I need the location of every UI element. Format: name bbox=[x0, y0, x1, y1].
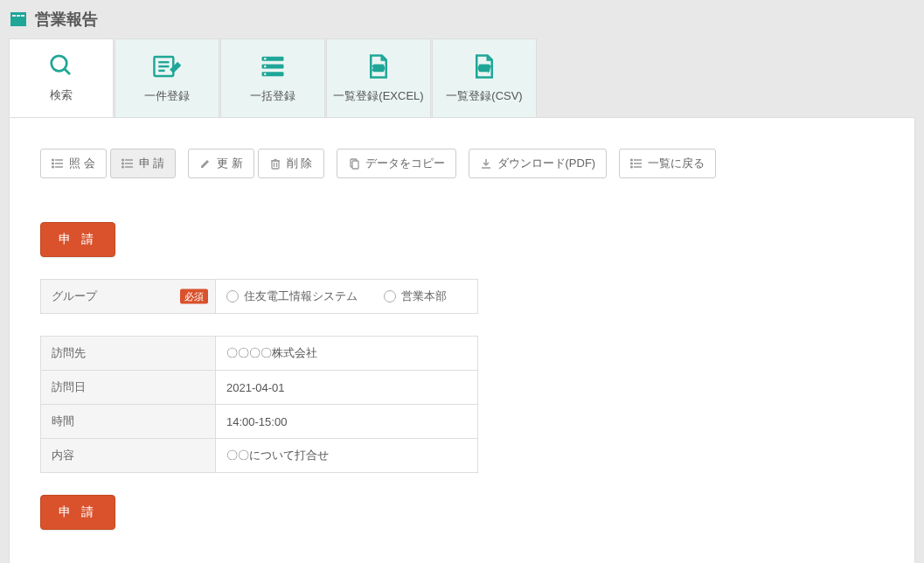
table-row: 時間 14:00-15:00 bbox=[41, 405, 478, 439]
table-row: 訪問日 2021-04-01 bbox=[41, 371, 478, 405]
detail-value: 〇〇〇〇株式会社 bbox=[216, 337, 478, 371]
apply-submit-button-bottom[interactable]: 申 請 bbox=[40, 495, 115, 530]
tab-label: 一件登録 bbox=[144, 88, 190, 104]
tab-list-register-excel[interactable]: XLS 一覧登録(EXCEL) bbox=[326, 38, 431, 117]
list-icon bbox=[122, 157, 134, 170]
svg-point-0 bbox=[52, 56, 67, 72]
table-row: 訪問先 〇〇〇〇株式会社 bbox=[41, 337, 478, 371]
svg-point-11 bbox=[264, 73, 267, 75]
apply-button[interactable]: 申 請 bbox=[110, 149, 177, 178]
svg-line-1 bbox=[65, 69, 70, 74]
back-to-list-button[interactable]: 一覧に戻る bbox=[619, 149, 716, 178]
tab-search[interactable]: 検索 bbox=[9, 38, 114, 117]
svg-point-19 bbox=[52, 159, 54, 161]
delete-button[interactable]: 削 除 bbox=[258, 149, 324, 178]
svg-rect-34 bbox=[352, 161, 358, 169]
svg-rect-28 bbox=[272, 161, 279, 169]
table-row: 内容 〇〇について打合せ bbox=[41, 439, 478, 473]
svg-point-20 bbox=[52, 163, 54, 164]
radio-icon bbox=[226, 290, 239, 302]
page-header: 営業報告 bbox=[0, 0, 924, 38]
radio-option-2[interactable]: 営業本部 bbox=[384, 288, 447, 304]
svg-point-27 bbox=[122, 166, 123, 168]
apply-submit-button-top[interactable]: 申 請 bbox=[40, 222, 115, 257]
stack-icon bbox=[260, 53, 286, 80]
detail-label: 時間 bbox=[41, 405, 216, 439]
list-icon bbox=[52, 157, 64, 170]
pencil-icon bbox=[199, 157, 212, 170]
group-table: グループ 必須 住友電工情報システム 営業本部 bbox=[40, 279, 478, 314]
file-csv-icon: CSV bbox=[471, 53, 497, 80]
detail-value: 14:00-15:00 bbox=[216, 405, 478, 439]
window-icon bbox=[10, 12, 26, 26]
content-panel: 照 会 申 請 更 新 削 除 bbox=[9, 117, 915, 563]
required-badge: 必須 bbox=[180, 289, 208, 304]
detail-value: 2021-04-01 bbox=[216, 371, 478, 405]
page-title: 営業報告 bbox=[35, 9, 98, 30]
svg-point-41 bbox=[631, 163, 633, 164]
svg-text:CSV: CSV bbox=[479, 65, 491, 71]
tab-label: 一括登録 bbox=[250, 88, 295, 104]
group-radio-group: 住友電工情報システム 営業本部 bbox=[226, 288, 467, 304]
download-pdf-button[interactable]: ダウンロード(PDF) bbox=[469, 149, 608, 178]
search-icon bbox=[48, 52, 74, 79]
svg-point-26 bbox=[122, 163, 123, 164]
svg-text:XLS: XLS bbox=[373, 65, 384, 71]
tab-single-register[interactable]: 一件登録 bbox=[115, 38, 219, 117]
list-icon bbox=[630, 157, 643, 170]
update-button[interactable]: 更 新 bbox=[188, 149, 254, 178]
tab-bulk-register[interactable]: 一括登録 bbox=[220, 38, 325, 117]
download-icon bbox=[480, 157, 492, 170]
group-label: グループ 必須 bbox=[41, 280, 216, 314]
file-xls-icon: XLS bbox=[365, 53, 392, 80]
tab-label: 一覧登録(CSV) bbox=[446, 88, 522, 104]
edit-icon bbox=[152, 53, 182, 80]
svg-point-10 bbox=[264, 65, 267, 67]
svg-point-9 bbox=[264, 58, 267, 60]
tab-label: 一覧登録(EXCEL) bbox=[333, 88, 423, 104]
radio-icon bbox=[384, 290, 396, 302]
detail-table: 訪問先 〇〇〇〇株式会社 訪問日 2021-04-01 時間 14:00-15:… bbox=[40, 336, 478, 473]
copy-icon bbox=[348, 157, 360, 170]
svg-point-42 bbox=[631, 166, 633, 168]
tabs: 検索 一件登録 一括登録 XLS 一覧登録(EXCEL) CSV 一覧登録(CS… bbox=[9, 38, 915, 117]
radio-option-1[interactable]: 住友電工情報システム bbox=[226, 288, 358, 304]
svg-point-40 bbox=[631, 159, 633, 161]
detail-label: 訪問日 bbox=[41, 371, 216, 405]
tab-label: 検索 bbox=[50, 87, 73, 103]
toolbar: 照 会 申 請 更 新 削 除 bbox=[40, 149, 884, 178]
trash-icon bbox=[269, 157, 281, 170]
svg-point-25 bbox=[122, 159, 123, 161]
detail-label: 訪問先 bbox=[41, 337, 216, 371]
copy-button[interactable]: データをコピー bbox=[337, 149, 456, 178]
view-button[interactable]: 照 会 bbox=[40, 149, 107, 178]
svg-point-21 bbox=[52, 166, 54, 168]
tab-list-register-csv[interactable]: CSV 一覧登録(CSV) bbox=[432, 38, 537, 117]
detail-value: 〇〇について打合せ bbox=[216, 439, 478, 473]
detail-label: 内容 bbox=[41, 439, 216, 473]
